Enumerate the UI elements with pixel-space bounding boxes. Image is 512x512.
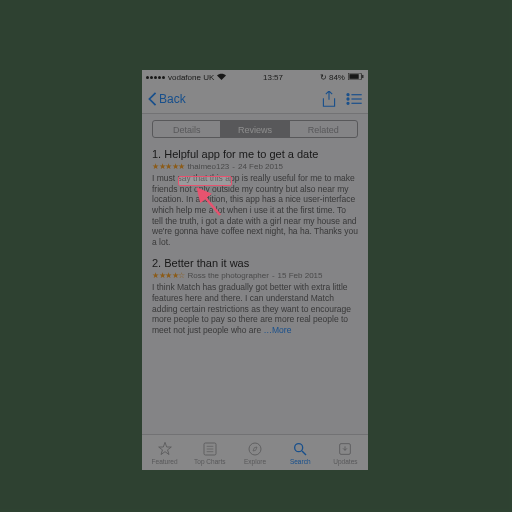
tab-search[interactable]: Search bbox=[278, 435, 323, 470]
svg-line-15 bbox=[302, 451, 306, 455]
chevron-left-icon bbox=[148, 92, 157, 106]
signal-dots-icon bbox=[146, 76, 165, 79]
review-date: 15 Feb 2015 bbox=[278, 271, 323, 280]
svg-point-13 bbox=[249, 443, 261, 455]
tab-updates[interactable]: Updates bbox=[323, 435, 368, 470]
svg-rect-2 bbox=[362, 74, 363, 77]
tab-related[interactable]: Related bbox=[290, 121, 357, 137]
phone-screen: vodafone UK 13:57 ↻ 84% Back bbox=[142, 70, 368, 470]
segmented-control[interactable]: Details Reviews Related bbox=[152, 120, 358, 138]
updates-icon bbox=[337, 441, 353, 457]
review-item: 2. Better than it was ★★★★☆ Ross the pho… bbox=[148, 257, 362, 345]
status-bar: vodafone UK 13:57 ↻ 84% bbox=[142, 70, 368, 84]
search-icon bbox=[292, 441, 308, 457]
tab-bar: Featured Top Charts Explore Search Updat… bbox=[142, 434, 368, 470]
annotation-arrow-icon bbox=[190, 185, 230, 225]
svg-point-7 bbox=[347, 102, 349, 104]
star-rating-icon: ★★★★☆ bbox=[152, 271, 185, 280]
review-item: 1. Helpful app for me to get a date ★★★★… bbox=[148, 148, 362, 257]
review-body: I think Match has gradually got better w… bbox=[152, 282, 358, 335]
back-button[interactable]: Back bbox=[148, 92, 186, 106]
list-button[interactable] bbox=[346, 93, 362, 105]
nav-bar: Back bbox=[142, 84, 368, 114]
tab-details[interactable]: Details bbox=[153, 121, 221, 137]
svg-point-14 bbox=[295, 443, 303, 451]
tab-featured[interactable]: Featured bbox=[142, 435, 187, 470]
svg-point-5 bbox=[347, 97, 349, 99]
svg-rect-1 bbox=[349, 74, 358, 79]
battery-icon bbox=[348, 73, 364, 82]
review-author: Ross the photographer bbox=[188, 271, 269, 280]
svg-point-3 bbox=[347, 93, 349, 95]
back-label: Back bbox=[159, 92, 186, 106]
clock: 13:57 bbox=[263, 73, 283, 82]
content-area: Details Reviews Related 1. Helpful app f… bbox=[142, 114, 368, 434]
share-button[interactable] bbox=[322, 91, 336, 107]
star-rating-icon: ★★★★★ bbox=[152, 162, 185, 171]
battery-percent: ↻ 84% bbox=[320, 73, 345, 82]
wifi-icon bbox=[217, 73, 226, 82]
review-title: 2. Better than it was bbox=[152, 257, 358, 269]
tab-reviews[interactable]: Reviews bbox=[221, 121, 289, 137]
svg-line-17 bbox=[198, 189, 220, 215]
review-title: 1. Helpful app for me to get a date bbox=[152, 148, 358, 160]
carrier-label: vodafone UK bbox=[168, 73, 214, 82]
more-link[interactable]: …More bbox=[264, 325, 292, 335]
review-author: thaimeo123 bbox=[188, 162, 230, 171]
compass-icon bbox=[247, 441, 263, 457]
tab-topcharts[interactable]: Top Charts bbox=[187, 435, 232, 470]
list-icon bbox=[202, 441, 218, 457]
tab-explore[interactable]: Explore bbox=[232, 435, 277, 470]
star-icon bbox=[157, 441, 173, 457]
review-date: 24 Feb 2015 bbox=[238, 162, 283, 171]
